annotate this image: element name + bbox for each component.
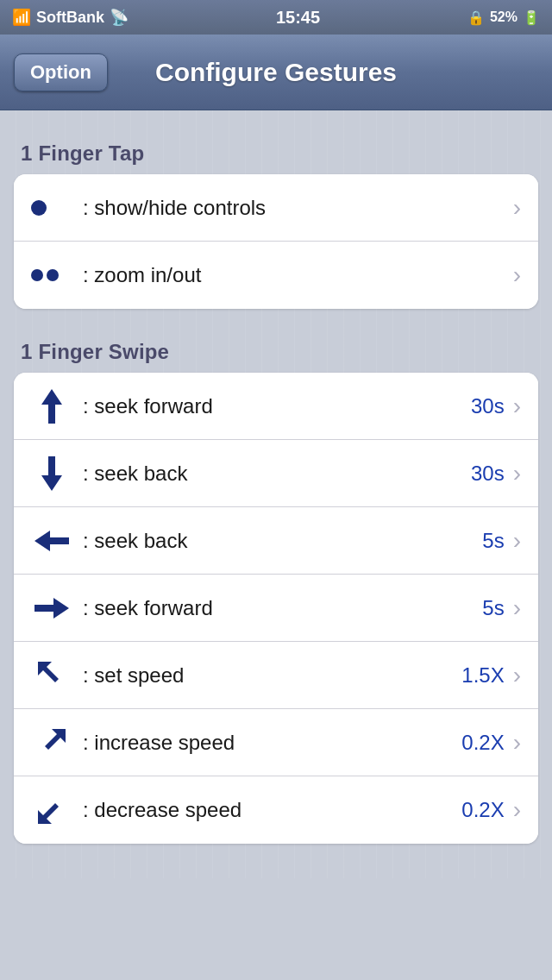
- table-group-one-finger-tap: : show/hide controls›: zoom in/out›: [14, 174, 538, 309]
- status-right: 🔒 52% 🔋: [467, 9, 540, 26]
- arrow-upleft-icon: [31, 655, 83, 696]
- row-value-swipe-downleft: 0.2X: [461, 798, 504, 822]
- table-row-swipe-left[interactable]: : seek back5s›: [14, 507, 538, 575]
- arrow-upright-icon: [31, 722, 83, 763]
- table-row-swipe-down[interactable]: : seek back30s›: [14, 440, 538, 507]
- status-bar: 📶 SoftBank 📡 15:45 🔒 52% 🔋: [0, 0, 552, 35]
- row-label-swipe-upleft: : set speed: [83, 663, 461, 688]
- row-label-swipe-upright: : increase speed: [83, 731, 461, 755]
- table-row-single-tap[interactable]: : show/hide controls›: [14, 174, 538, 242]
- row-value-swipe-upright: 0.2X: [461, 731, 504, 755]
- row-label-single-tap: : show/hide controls: [83, 196, 513, 220]
- battery-icon: 🔋: [523, 9, 540, 26]
- arrow-right-icon: [31, 587, 83, 629]
- back-button[interactable]: Option: [14, 53, 108, 91]
- table-row-swipe-downleft[interactable]: : decrease speed0.2X›: [14, 776, 538, 844]
- table-group-one-finger-swipe: : seek forward30s›: seek back30s›: seek …: [14, 373, 538, 844]
- arrow-left-icon: [31, 520, 83, 562]
- dot-single-icon: [31, 200, 83, 216]
- nav-title: Configure Gestures: [155, 58, 397, 87]
- row-label-swipe-down: : seek back: [83, 462, 471, 486]
- chevron-icon-swipe-up: ›: [513, 393, 521, 420]
- table-row-swipe-upright[interactable]: : increase speed0.2X›: [14, 709, 538, 776]
- status-left: 📶 SoftBank 📡: [12, 8, 129, 27]
- arrow-down-icon: [31, 453, 83, 494]
- row-value-swipe-left: 5s: [482, 529, 504, 553]
- chevron-icon-swipe-down: ›: [513, 460, 521, 487]
- lock-icon: 🔒: [467, 9, 485, 26]
- table-row-swipe-right[interactable]: : seek forward5s›: [14, 575, 538, 642]
- table-row-swipe-upleft[interactable]: : set speed1.5X›: [14, 642, 538, 709]
- section-header-one-finger-swipe: 1 Finger Swipe: [0, 326, 552, 373]
- nav-bar: Option Configure Gestures: [0, 35, 552, 110]
- row-value-swipe-up: 30s: [471, 394, 505, 418]
- row-label-swipe-up: : seek forward: [83, 394, 471, 418]
- row-value-swipe-right: 5s: [482, 596, 504, 620]
- chevron-icon-swipe-downleft: ›: [513, 796, 521, 824]
- signal-icon: 📶: [12, 8, 31, 27]
- chevron-icon-single-tap: ›: [513, 194, 521, 222]
- row-label-swipe-downleft: : decrease speed: [83, 798, 461, 822]
- arrow-downleft-icon: [31, 789, 83, 831]
- chevron-icon-swipe-upright: ›: [513, 729, 521, 757]
- table-row-swipe-up[interactable]: : seek forward30s›: [14, 373, 538, 440]
- row-value-swipe-down: 30s: [471, 462, 505, 486]
- section-header-one-finger-tap: 1 Finger Tap: [0, 128, 552, 174]
- wifi-icon: 📡: [110, 8, 129, 27]
- row-value-swipe-upleft: 1.5X: [461, 663, 504, 688]
- chevron-icon-swipe-right: ›: [513, 594, 521, 622]
- table-row-double-tap[interactable]: : zoom in/out›: [14, 242, 538, 309]
- dot-double-icon: [31, 269, 83, 281]
- content-area: 1 Finger Tap: show/hide controls›: zoom …: [0, 110, 552, 878]
- row-label-swipe-right: : seek forward: [83, 596, 482, 620]
- row-label-double-tap: : zoom in/out: [83, 263, 513, 287]
- chevron-icon-swipe-left: ›: [513, 527, 521, 555]
- chevron-icon-double-tap: ›: [513, 261, 521, 289]
- chevron-icon-swipe-upleft: ›: [513, 662, 521, 689]
- row-label-swipe-left: : seek back: [83, 529, 482, 553]
- time-label: 15:45: [276, 8, 320, 28]
- carrier-label: SoftBank: [36, 9, 104, 27]
- arrow-up-icon: [31, 386, 83, 427]
- battery-label: 52%: [490, 9, 518, 25]
